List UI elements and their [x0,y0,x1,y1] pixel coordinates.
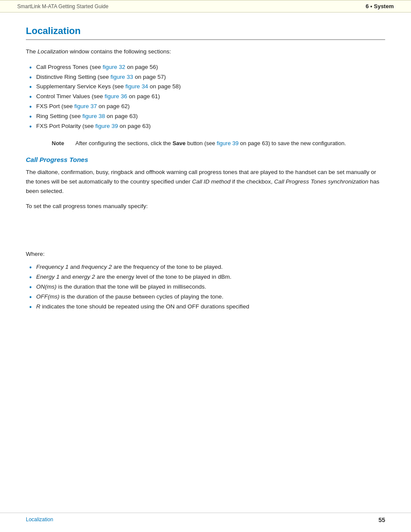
list-item: Distinctive Ring Setting (see figure 33 … [26,72,385,82]
list-item: FXS Port Polarity (see figure 39 on page… [26,121,385,131]
list-item: Frequency 1 and frequency 2 are the freq… [26,262,385,272]
list-item: Energy 1 and energy 2 are the energy lev… [26,272,385,282]
intro-paragraph: The Localization window contains the fol… [26,47,385,56]
header-bar: SmartLink M-ATA Getting Started Guide 6 … [0,0,411,12]
note-content: After configuring the sections, click th… [75,139,346,148]
page-number: 55 [378,516,385,523]
footer-section-name: Localization [26,516,53,523]
where-label: Where: [26,251,385,257]
list-item: OFF(ms) is the duration of the pause bet… [26,292,385,302]
note-label: Note [52,139,75,148]
subsection-title: Call Progress Tones [26,156,385,163]
page-footer: Localization 55 [0,513,411,523]
list-item: Supplementary Service Keys (see figure 3… [26,82,385,92]
page-container: SmartLink M-ATA Getting Started Guide 6 … [0,0,411,532]
figure-39-link[interactable]: figure 39 [95,123,118,129]
figure-37-link[interactable]: figure 37 [75,103,97,109]
figure-38-link[interactable]: figure 38 [82,113,105,119]
subsection-para2: To set the call progress tones manually … [26,202,385,211]
list-item: FXS Port (see figure 37 on page 62) [26,102,385,112]
figure-34-link[interactable]: figure 34 [125,83,148,90]
list-item: ON(ms) is the duration that the tone wil… [26,282,385,292]
where-list: Frequency 1 and frequency 2 are the freq… [26,262,385,312]
figure-33-link[interactable]: figure 33 [111,74,134,80]
formula-area [26,216,385,238]
subsection-para1: The dialtone, confirmation, busy, ringba… [26,168,385,196]
section-title: Localization [26,25,385,40]
section-list: Call Progress Tones (see figure 32 on pa… [26,62,385,132]
list-item: Call Progress Tones (see figure 32 on pa… [26,62,385,72]
note-figure-39-link[interactable]: figure 39 [217,140,239,146]
figure-32-link[interactable]: figure 32 [103,64,125,70]
list-item: Control Timer Values (see figure 36 on p… [26,92,385,102]
chapter-label: 6 • System [366,3,394,9]
figure-36-link[interactable]: figure 36 [105,93,128,100]
note-box: Note After configuring the sections, cli… [52,139,385,148]
list-item: Ring Setting (see figure 38 on page 63) [26,112,385,121]
main-content: Localization The Localization window con… [0,12,411,337]
list-item: R indicates the tone should be repeated … [26,302,385,312]
guide-title: SmartLink M-ATA Getting Started Guide [17,3,109,9]
